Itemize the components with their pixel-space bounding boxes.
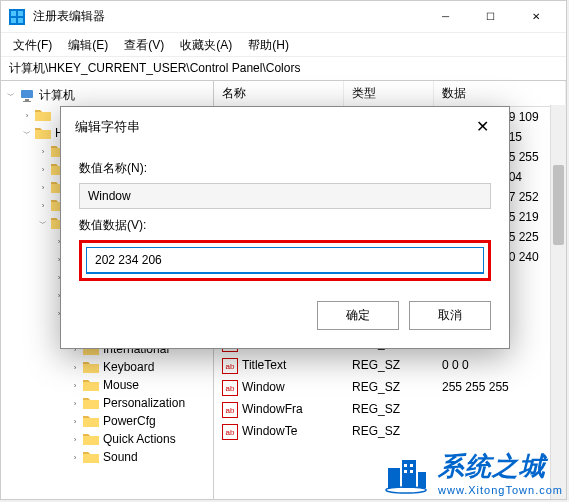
folder-icon xyxy=(83,432,99,446)
maximize-button[interactable]: ☐ xyxy=(468,3,513,31)
cell-data xyxy=(434,423,566,441)
expand-icon[interactable]: › xyxy=(69,379,81,391)
vertical-scrollbar[interactable] xyxy=(550,105,566,499)
highlight-annotation xyxy=(79,240,491,281)
expand-icon[interactable]: › xyxy=(69,361,81,373)
address-bar[interactable]: 计算机\HKEY_CURRENT_USER\Control Panel\Colo… xyxy=(1,57,566,81)
tree-item[interactable]: ›PowerCfg xyxy=(1,412,213,430)
dialog-body: 数值名称(N): 数值数据(V): 确定 取消 xyxy=(61,146,509,348)
address-text: 计算机\HKEY_CURRENT_USER\Control Panel\Colo… xyxy=(9,60,300,77)
tree-item[interactable]: ›Mouse xyxy=(1,376,213,394)
folder-icon xyxy=(35,108,51,122)
titlebar: 注册表编辑器 ─ ☐ ✕ xyxy=(1,1,566,33)
cell-type: REG_SZ xyxy=(344,401,434,419)
menu-help[interactable]: 帮助(H) xyxy=(240,33,297,56)
expand-icon[interactable]: › xyxy=(69,451,81,463)
app-icon xyxy=(9,9,25,25)
value-data-input[interactable] xyxy=(86,247,484,274)
list-row[interactable]: abWindowTeREG_SZ xyxy=(214,421,566,443)
svg-rect-1 xyxy=(18,11,23,16)
menu-edit[interactable]: 编辑(E) xyxy=(60,33,116,56)
value-name-label: 数值名称(N): xyxy=(79,160,491,177)
folder-icon xyxy=(83,396,99,410)
computer-icon xyxy=(19,88,35,104)
cell-name: abWindow xyxy=(214,379,344,397)
menubar: 文件(F) 编辑(E) 查看(V) 收藏夹(A) 帮助(H) xyxy=(1,33,566,57)
close-button[interactable]: ✕ xyxy=(513,3,558,31)
dialog-title-text: 编辑字符串 xyxy=(75,118,470,136)
col-data[interactable]: 数据 xyxy=(434,81,566,106)
value-name-input[interactable] xyxy=(79,183,491,209)
tree-label: Personalization xyxy=(103,396,185,410)
string-value-icon: ab xyxy=(222,424,238,440)
cancel-button[interactable]: 取消 xyxy=(409,301,491,330)
folder-icon xyxy=(83,378,99,392)
list-row[interactable]: abTitleTextREG_SZ0 0 0 xyxy=(214,355,566,377)
list-header: 名称 类型 数据 xyxy=(214,81,566,107)
expand-icon[interactable]: › xyxy=(69,433,81,445)
svg-rect-0 xyxy=(11,11,16,16)
cell-data: 0 0 0 xyxy=(434,357,566,375)
tree-label: PowerCfg xyxy=(103,414,156,428)
cell-data: 255 255 255 xyxy=(434,379,566,397)
dialog-titlebar: 编辑字符串 ✕ xyxy=(61,107,509,146)
expand-icon[interactable]: › xyxy=(69,397,81,409)
expand-icon[interactable]: › xyxy=(37,199,49,211)
tree-item[interactable]: ›Personalization xyxy=(1,394,213,412)
folder-icon xyxy=(83,360,99,374)
dialog-buttons: 确定 取消 xyxy=(79,301,491,330)
menu-favorites[interactable]: 收藏夹(A) xyxy=(172,33,240,56)
folder-icon xyxy=(35,126,51,140)
scrollbar-thumb[interactable] xyxy=(553,165,564,245)
string-value-icon: ab xyxy=(222,402,238,418)
cell-name: abTitleText xyxy=(214,357,344,375)
cell-data xyxy=(434,401,566,419)
tree-label: 计算机 xyxy=(39,87,75,104)
window-title: 注册表编辑器 xyxy=(33,8,423,25)
svg-rect-2 xyxy=(11,18,16,23)
expand-icon[interactable]: ﹀ xyxy=(37,217,49,229)
expand-icon[interactable]: › xyxy=(37,181,49,193)
expand-icon[interactable]: › xyxy=(69,415,81,427)
tree-item[interactable]: ›Sound xyxy=(1,448,213,466)
cell-name: abWindowTe xyxy=(214,423,344,441)
dialog-close-button[interactable]: ✕ xyxy=(470,117,495,136)
menu-file[interactable]: 文件(F) xyxy=(5,33,60,56)
tree-label: Sound xyxy=(103,450,138,464)
string-value-icon: ab xyxy=(222,358,238,374)
svg-rect-4 xyxy=(21,90,33,98)
cell-name: abWindowFra xyxy=(214,401,344,419)
cell-type: REG_SZ xyxy=(344,357,434,375)
expand-icon[interactable]: ﹀ xyxy=(5,90,17,102)
string-value-icon: ab xyxy=(222,380,238,396)
col-type[interactable]: 类型 xyxy=(344,81,434,106)
tree-root[interactable]: ﹀ 计算机 xyxy=(1,85,213,106)
list-row[interactable]: abWindowREG_SZ255 255 255 xyxy=(214,377,566,399)
expand-icon[interactable]: › xyxy=(37,163,49,175)
svg-rect-5 xyxy=(25,99,29,101)
window-controls: ─ ☐ ✕ xyxy=(423,3,558,31)
cell-type: REG_SZ xyxy=(344,423,434,441)
edit-string-dialog: 编辑字符串 ✕ 数值名称(N): 数值数据(V): 确定 取消 xyxy=(60,106,510,349)
minimize-button[interactable]: ─ xyxy=(423,3,468,31)
expand-icon[interactable]: ﹀ xyxy=(21,127,33,139)
tree-label: Mouse xyxy=(103,378,139,392)
expand-icon[interactable]: › xyxy=(21,109,33,121)
tree-item[interactable]: ›Quick Actions xyxy=(1,430,213,448)
list-row[interactable]: abWindowFraREG_SZ xyxy=(214,399,566,421)
value-data-label: 数值数据(V): xyxy=(79,217,491,234)
tree-item[interactable]: ›Keyboard xyxy=(1,358,213,376)
ok-button[interactable]: 确定 xyxy=(317,301,399,330)
svg-rect-3 xyxy=(18,18,23,23)
folder-icon xyxy=(83,414,99,428)
menu-view[interactable]: 查看(V) xyxy=(116,33,172,56)
expand-icon[interactable]: › xyxy=(37,145,49,157)
tree-label: Quick Actions xyxy=(103,432,176,446)
col-name[interactable]: 名称 xyxy=(214,81,344,106)
tree-label: Keyboard xyxy=(103,360,154,374)
svg-rect-6 xyxy=(23,101,31,102)
folder-icon xyxy=(83,450,99,464)
cell-type: REG_SZ xyxy=(344,379,434,397)
